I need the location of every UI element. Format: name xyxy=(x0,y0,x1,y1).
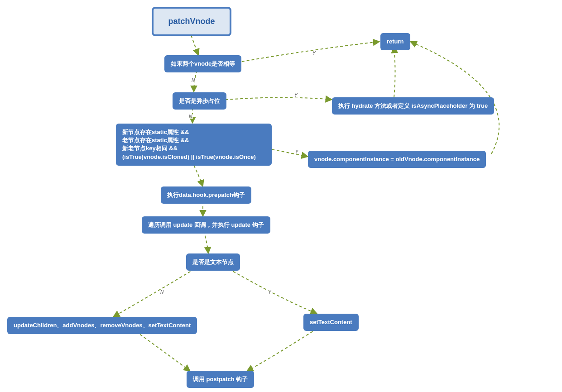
node-async-placeholder: 是否是异步占位 xyxy=(173,92,226,110)
node-vnode-equal: 如果两个vnode是否相等 xyxy=(164,55,241,72)
node-postpatch-hook: 调用 postpatch 钩子 xyxy=(187,371,254,388)
edge-label-y: Y xyxy=(312,51,317,56)
node-component-instance: vnode.componentInstance = oldVnode.compo… xyxy=(308,151,486,168)
node-update-children: updateChildren、addVnodes、removeVnodes、se… xyxy=(7,317,197,334)
edge-label-n: N xyxy=(188,114,193,119)
edge-label-y: Y xyxy=(294,149,299,154)
node-update-callbacks: 遍历调用 update 回调，并执行 update 钩子 xyxy=(142,216,270,234)
edge-label-y: Y xyxy=(267,290,272,295)
edge-label-n: N xyxy=(159,290,164,295)
node-hydrate: 执行 hydrate 方法或者定义 isAsyncPlaceholder 为 t… xyxy=(332,97,494,115)
node-set-text-content: setTextContent xyxy=(303,314,359,331)
edge-label-y: Y xyxy=(293,93,298,98)
node-is-text-node: 是否是文本节点 xyxy=(186,253,240,271)
node-static-check: 新节点存在static属性 && 老节点存在static属性 && 新老节点ke… xyxy=(116,124,272,166)
node-return: return xyxy=(380,33,410,50)
node-prepatch-hook: 执行data.hook.prepatch钩子 xyxy=(161,186,251,204)
node-start: patchVnode xyxy=(152,7,231,36)
edge-label-n: N xyxy=(191,78,196,83)
